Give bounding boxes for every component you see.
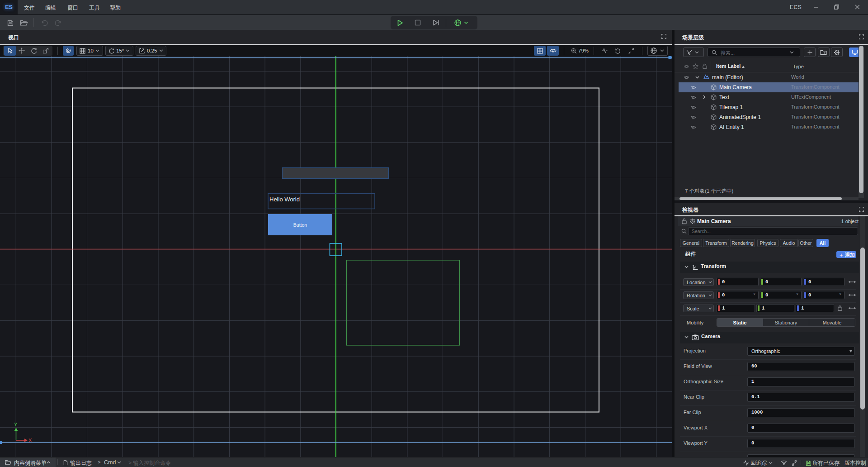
- svg-text:Y: Y: [14, 422, 18, 427]
- svg-text:X: X: [28, 438, 32, 443]
